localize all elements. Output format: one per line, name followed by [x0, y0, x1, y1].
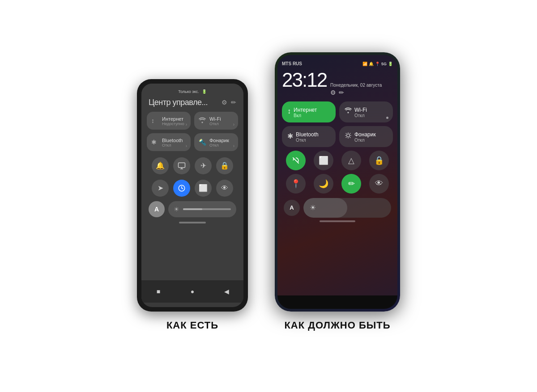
left-internet-text: Интернет Недоступно [162, 116, 184, 126]
right-bluetooth-name: Bluetooth [296, 131, 319, 138]
left-brightness-track [183, 208, 231, 210]
right-screen-record-button[interactable]: ⬜ [314, 151, 333, 170]
right-bluetooth-icon: ✱ [287, 132, 293, 140]
left-cc-header: Центр управле... ⚙ ✏ [145, 96, 240, 109]
left-nav-home[interactable]: ● [188, 287, 197, 296]
left-bluetooth-name: Bluetooth [162, 138, 183, 143]
right-flashlight-text: Фонарик Откл [354, 131, 376, 143]
left-brightness-bar[interactable]: ☀ [168, 201, 236, 217]
right-flashlight-status: Откл [354, 138, 376, 143]
left-rotation-button[interactable] [173, 180, 190, 197]
right-map-button[interactable]: 📍 [286, 174, 306, 194]
svg-line-7 [350, 137, 350, 137]
right-bluetooth-status: Откл [296, 138, 319, 143]
right-label: КАК ДОЛЖНО БЫТЬ [284, 320, 390, 331]
right-brightness-bar[interactable]: ☀ [303, 198, 391, 218]
left-tile-wifi[interactable]: Wi-Fi Откл › [194, 112, 238, 130]
left-cc-title: Центр управле... [149, 98, 208, 107]
left-status-icons: 🔋 [202, 89, 207, 94]
left-location-button[interactable]: ➤ [152, 180, 169, 197]
right-date: Понедельник, 02 августа [330, 83, 382, 88]
left-phone-section: Только экс. 🔋 Центр управле... ⚙ ✏ [137, 79, 248, 331]
right-time-action-icons: ⚙ ✏ [330, 89, 382, 96]
right-eye-button[interactable]: 👁 [369, 174, 389, 194]
svg-line-6 [346, 133, 346, 133]
right-wifi-dot [386, 117, 388, 119]
svg-rect-0 [179, 163, 185, 168]
right-flashlight-name: Фонарик [354, 131, 376, 138]
right-moon-button[interactable]: 🌙 [314, 174, 333, 194]
left-lock-button[interactable]: 🔒 [216, 157, 233, 174]
right-quick-row2: 📍 🌙 ✏ 👁 [282, 174, 393, 194]
left-status-text: Только экс. [178, 89, 199, 94]
left-screen-button[interactable] [173, 157, 190, 174]
left-phone: Только экс. 🔋 Центр управле... ⚙ ✏ [137, 79, 248, 312]
right-wifi-name: Wi-Fi [354, 107, 367, 113]
right-alarm-icon: 🔔 [369, 62, 374, 66]
right-font-button[interactable]: A [284, 200, 300, 216]
right-phone-inner: MTS RUS 📶 🔔 📍 5G 🔋 23:12 По [277, 55, 397, 309]
left-scan-button[interactable]: ⬜ [195, 180, 212, 197]
right-brightness-icon: ☀ [310, 203, 316, 212]
left-tile-flashlight[interactable]: 🔦 Фонарик Откл › [194, 133, 238, 151]
right-carrier: MTS RUS [282, 61, 302, 66]
left-battery-icon: 🔋 [202, 89, 207, 94]
left-edit-icon[interactable]: ✏ [231, 99, 236, 106]
right-wifi-text: Wi-Fi Откл [354, 107, 367, 118]
left-tile-bluetooth[interactable]: ✱ Bluetooth Откл › [147, 133, 191, 151]
svg-line-11 [350, 133, 350, 133]
right-flashlight-icon [345, 132, 352, 141]
right-internet-icon: ↕ [287, 107, 291, 115]
right-phone: MTS RUS 📶 🔔 📍 5G 🔋 23:12 По [275, 52, 400, 312]
right-tile-wifi[interactable]: Wi-Fi Откл [339, 101, 393, 122]
right-location-icon: 📍 [375, 62, 380, 66]
right-internet-status: Вкл [294, 113, 317, 118]
left-brightness-icon: ☀ [174, 206, 179, 213]
left-quick-row2: ➤ ⬜ 👁 [145, 179, 240, 198]
left-flashlight-status: Откл [209, 143, 229, 148]
right-share-button[interactable]: △ [341, 151, 361, 170]
left-brightness-fill [183, 208, 202, 210]
right-tile-internet[interactable]: ↕ Интернет Вкл [282, 101, 336, 122]
right-settings-icon[interactable]: ⚙ [330, 89, 336, 96]
right-tile-flashlight[interactable]: Фонарик Откл [339, 126, 393, 147]
left-nav-bar: ■ ● ◀ [141, 280, 243, 303]
left-nav-recent[interactable]: ■ [154, 287, 163, 296]
left-wifi-name: Wi-Fi [209, 116, 221, 122]
left-eye-button[interactable]: 👁 [216, 180, 233, 197]
left-tile-internet[interactable]: ↕ Интернет Недоступно › [147, 112, 191, 130]
right-internet-text: Интернет Вкл [294, 107, 317, 118]
right-internet-name: Интернет [294, 107, 317, 113]
right-signal-icon: 📶 [362, 62, 367, 66]
right-time-block: 23:12 Понедельник, 02 августа ⚙ ✏ [282, 70, 393, 96]
left-settings-icon[interactable]: ⚙ [222, 99, 227, 106]
right-bluetooth-text: Bluetooth Откл [296, 131, 319, 143]
left-wifi-arrow: › [233, 122, 234, 127]
left-flashlight-text: Фонарик Откл [209, 138, 229, 148]
left-internet-status: Недоступно [162, 122, 184, 126]
left-internet-arrow: › [186, 122, 187, 127]
right-home-indicator [320, 220, 355, 222]
right-lock-button[interactable]: 🔒 [369, 151, 389, 170]
left-bell-button[interactable]: 🔔 [152, 157, 169, 174]
right-tile-bluetooth[interactable]: ✱ Bluetooth Откл [282, 126, 336, 147]
right-5g-badge: 5G [381, 62, 387, 66]
svg-line-10 [346, 137, 346, 137]
left-phone-inner: Только экс. 🔋 Центр управле... ⚙ ✏ [141, 84, 243, 307]
left-avatar-button[interactable]: A [149, 201, 165, 217]
right-edit-mode-button[interactable]: ✏ [341, 174, 361, 194]
left-internet-icon: ↕ [151, 117, 159, 125]
left-bluetooth-text: Bluetooth Откл [162, 138, 183, 148]
left-wifi-text: Wi-Fi Откл [209, 116, 221, 126]
left-airplane-button[interactable]: ✈ [195, 157, 212, 174]
right-edit-icon[interactable]: ✏ [339, 89, 344, 96]
right-phone-section: MTS RUS 📶 🔔 📍 5G 🔋 23:12 По [275, 52, 400, 331]
comparison-container: Только экс. 🔋 Центр управле... ⚙ ✏ [137, 52, 400, 340]
right-mute-button[interactable] [286, 151, 306, 170]
left-tile-grid: ↕ Интернет Недоступно › [145, 112, 240, 151]
left-nav-back[interactable]: ◀ [222, 287, 231, 296]
left-bluetooth-arrow: › [186, 143, 187, 148]
right-wifi-icon [345, 107, 352, 115]
right-time: 23:12 [282, 70, 327, 90]
left-quick-row1: 🔔 ✈ 🔒 [145, 155, 240, 177]
